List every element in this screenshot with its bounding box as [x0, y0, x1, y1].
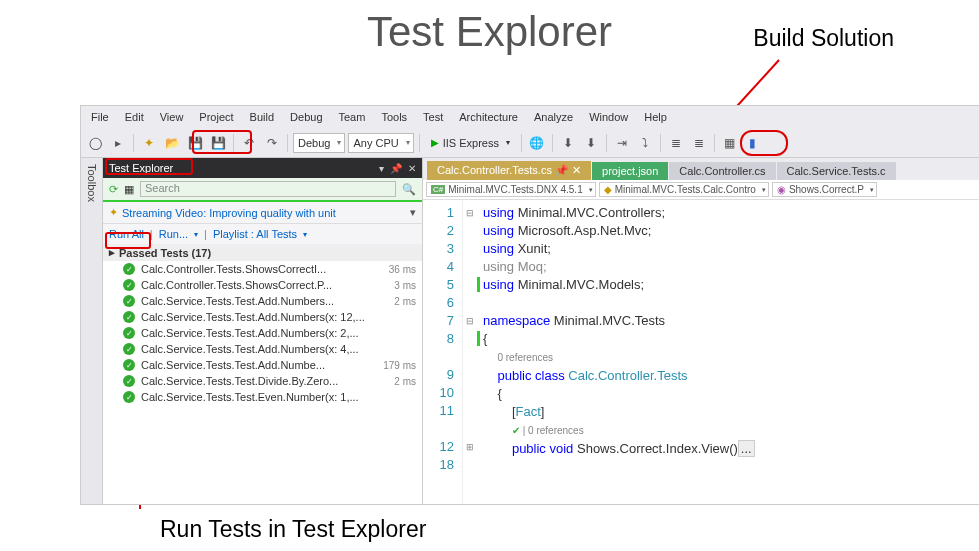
menu-team[interactable]: Team: [331, 109, 374, 125]
test-item[interactable]: ✓Calc.Service.Tests.Test.Add.Numbers(x: …: [103, 309, 422, 325]
start-debug-button[interactable]: ▶IIS Express▾: [425, 133, 516, 153]
streaming-link[interactable]: ✦Streaming Video: Improving quality with…: [103, 202, 422, 224]
menu-window[interactable]: Window: [581, 109, 636, 125]
pass-icon: ✓: [123, 295, 135, 307]
pass-icon: ✓: [123, 327, 135, 339]
test-item[interactable]: ✓Calc.Service.Tests.Test.Add.Numbe...179…: [103, 357, 422, 373]
test-actions-row: Run All | Run...▾ | Playlist : All Tests…: [103, 224, 422, 244]
close-icon[interactable]: ✕: [408, 163, 416, 174]
pass-icon: ✓: [123, 279, 135, 291]
open-icon[interactable]: 📂: [162, 133, 182, 153]
test-explorer-toolbar: ⟳ ▦ Search 🔍: [103, 178, 422, 202]
test-explorer-title-bar: Test Explorer ▾ 📌 ✕: [103, 158, 422, 178]
save-all-icon[interactable]: 💾: [208, 133, 228, 153]
menu-debug[interactable]: Debug: [282, 109, 330, 125]
test-item[interactable]: ✓Calc.Service.Tests.Test.Divide.By.Zero.…: [103, 373, 422, 389]
passed-tests-group[interactable]: ▸ Passed Tests (17): [103, 244, 422, 261]
comment-icon[interactable]: ▦: [720, 133, 740, 153]
crumb-method[interactable]: ◉Shows.Correct.P: [772, 182, 877, 197]
menu-edit[interactable]: Edit: [117, 109, 152, 125]
pass-icon: ✓: [123, 311, 135, 323]
save-icon[interactable]: 💾: [185, 133, 205, 153]
test-item[interactable]: ✓Calc.Controller.Tests.ShowsCorrectI...3…: [103, 261, 422, 277]
run-all-link[interactable]: Run All: [109, 228, 144, 240]
outdent-icon[interactable]: ≣: [689, 133, 709, 153]
crumb-class[interactable]: ◆Minimal.MVC.Tests.Calc.Contro: [599, 182, 769, 197]
build-solution-icon[interactable]: ⬇: [558, 133, 578, 153]
menu-bar: File Edit View Project Build Debug Team …: [81, 106, 979, 128]
fold-column[interactable]: ⊟⊟⊞: [463, 200, 477, 504]
undo-icon[interactable]: ↶: [239, 133, 259, 153]
indent-icon[interactable]: ≣: [666, 133, 686, 153]
run-link[interactable]: Run...: [159, 228, 188, 240]
step-icon[interactable]: ⇥: [612, 133, 632, 153]
pin-icon[interactable]: 📌: [390, 163, 402, 174]
tab-project-json[interactable]: project.json: [592, 162, 668, 180]
new-project-icon[interactable]: ✦: [139, 133, 159, 153]
search-input[interactable]: Search: [140, 181, 396, 197]
document-tabs: Calc.Controller.Tests.cs 📌 ✕ project.jso…: [423, 158, 979, 180]
menu-tools[interactable]: Tools: [373, 109, 415, 125]
config-combo[interactable]: Debug: [293, 133, 345, 153]
redo-icon[interactable]: ↷: [262, 133, 282, 153]
pass-icon: ✓: [123, 343, 135, 355]
code-editor: Calc.Controller.Tests.cs 📌 ✕ project.jso…: [423, 158, 979, 504]
search-icon[interactable]: 🔍: [402, 183, 416, 196]
test-item[interactable]: ✓Calc.Service.Tests.Test.Add.Numbers...2…: [103, 293, 422, 309]
pass-icon: ✓: [123, 359, 135, 371]
browser-icon[interactable]: 🌐: [527, 133, 547, 153]
pass-icon: ✓: [123, 391, 135, 403]
tab-controller[interactable]: Calc.Controller.cs: [669, 162, 775, 180]
step-over-icon[interactable]: ⤵: [635, 133, 655, 153]
bookmark-icon[interactable]: ▮: [743, 133, 763, 153]
test-item[interactable]: ✓Calc.Service.Tests.Test.Add.Numbers(x: …: [103, 341, 422, 357]
menu-test[interactable]: Test: [415, 109, 451, 125]
ide-window: File Edit View Project Build Debug Team …: [80, 105, 979, 505]
dropdown-icon[interactable]: ▾: [379, 163, 384, 174]
toolbar: ◯ ▸ ✦ 📂 💾 💾 ↶ ↷ Debug Any CPU ▶IIS Expre…: [81, 128, 979, 158]
build-project-icon[interactable]: ⬇: [581, 133, 601, 153]
playlist-link[interactable]: Playlist : All Tests: [213, 228, 297, 240]
menu-view[interactable]: View: [152, 109, 192, 125]
test-item[interactable]: ✓Calc.Controller.Tests.ShowsCorrect.P...…: [103, 277, 422, 293]
test-list: ✓Calc.Controller.Tests.ShowsCorrectI...3…: [103, 261, 422, 504]
nav-crumbs: C#Minimal.MVC.Tests.DNX 4.5.1 ◆Minimal.M…: [423, 180, 979, 200]
refresh-icon[interactable]: ⟳: [109, 183, 118, 196]
pass-icon: ✓: [123, 375, 135, 387]
platform-combo[interactable]: Any CPU: [348, 133, 413, 153]
test-explorer-title: Test Explorer: [109, 162, 173, 174]
menu-architecture[interactable]: Architecture: [451, 109, 526, 125]
pass-icon: ✓: [123, 263, 135, 275]
test-item[interactable]: ✓Calc.Service.Tests.Test.Add.Numbers(x: …: [103, 325, 422, 341]
crumb-project[interactable]: C#Minimal.MVC.Tests.DNX 4.5.1: [426, 182, 596, 197]
menu-help[interactable]: Help: [636, 109, 675, 125]
tab-active[interactable]: Calc.Controller.Tests.cs 📌 ✕: [427, 161, 591, 180]
menu-project[interactable]: Project: [191, 109, 241, 125]
code-text[interactable]: using Minimal.MVC.Controllers; using Mic…: [477, 200, 755, 504]
menu-build[interactable]: Build: [242, 109, 282, 125]
line-numbers: 12345678 91011 1218: [423, 200, 463, 504]
nav-back-icon[interactable]: ◯: [85, 133, 105, 153]
menu-file[interactable]: File: [83, 109, 117, 125]
menu-analyze[interactable]: Analyze: [526, 109, 581, 125]
group-icon[interactable]: ▦: [124, 183, 134, 196]
nav-fwd-icon[interactable]: ▸: [108, 133, 128, 153]
test-item[interactable]: ✓Calc.Service.Tests.Test.Even.Number(x: …: [103, 389, 422, 405]
annotation-build: Build Solution: [753, 25, 894, 52]
toolbox-rail[interactable]: Toolbox: [81, 158, 103, 504]
tab-service-tests[interactable]: Calc.Service.Tests.c: [777, 162, 896, 180]
annotation-run: Run Tests in Test Explorer: [160, 516, 426, 543]
test-explorer-panel: Test Explorer ▾ 📌 ✕ ⟳ ▦ Search 🔍 ✦Stream…: [103, 158, 423, 504]
